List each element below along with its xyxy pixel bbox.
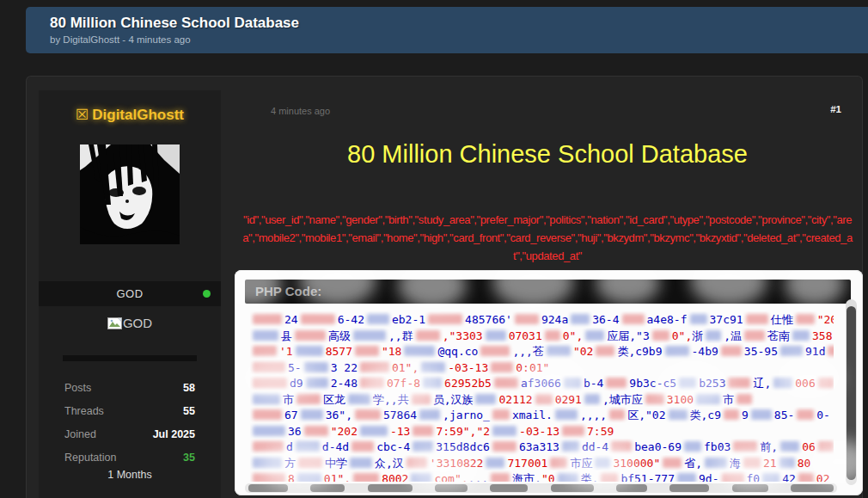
vertical-scrollbar[interactable] bbox=[846, 299, 857, 485]
avatar[interactable] bbox=[80, 144, 180, 244]
redacted-block bbox=[743, 458, 761, 468]
code-fragment: 类,c9b9 bbox=[617, 345, 662, 358]
redacted-block bbox=[253, 426, 285, 436]
redacted-block bbox=[353, 330, 386, 341]
code-fragment: af3066 bbox=[521, 377, 561, 390]
redacted-block bbox=[304, 426, 328, 436]
code-fragment: 0", bbox=[672, 329, 692, 342]
code-fragment: b-4 bbox=[584, 377, 603, 390]
code-fragment: bf51-777 bbox=[620, 472, 675, 482]
code-fragment: 0291 bbox=[555, 393, 582, 406]
redacted-block bbox=[550, 458, 567, 468]
redacted-block bbox=[492, 426, 517, 436]
redacted-block bbox=[744, 330, 765, 341]
post-number-link[interactable]: #1 bbox=[830, 104, 841, 114]
redacted-block bbox=[406, 458, 427, 468]
redacted-block bbox=[421, 362, 445, 372]
redacted-block bbox=[679, 378, 696, 388]
code-fragment: ,城市应 bbox=[602, 393, 643, 406]
user-profile-card: ☒DigitalGhostt GOD bbox=[39, 90, 221, 498]
horizontal-scrollbar-thumb[interactable] bbox=[616, 484, 647, 492]
redacted-block bbox=[564, 378, 581, 388]
redacted-block bbox=[762, 473, 779, 482]
code-fragment: a4e8-f bbox=[647, 313, 688, 326]
code-fragment: ,,,苍 bbox=[512, 345, 543, 358]
horizontal-scrollbar-thumb[interactable] bbox=[248, 484, 288, 492]
thread-byline[interactable]: by DigitalGhostt - 4 minutes ago bbox=[26, 34, 868, 45]
code-fragment: 5- bbox=[288, 361, 302, 374]
stat-label: Reputation bbox=[64, 452, 116, 464]
code-fragment: 浙 bbox=[692, 329, 703, 342]
code-fragment: 310000" bbox=[613, 457, 660, 470]
redacted-block bbox=[828, 346, 834, 356]
code-fragment: "202 bbox=[331, 425, 358, 438]
vertical-scrollbar-thumb[interactable] bbox=[847, 306, 856, 480]
redacted-block bbox=[558, 473, 578, 482]
redacted-block bbox=[297, 473, 321, 482]
code-fragment: 57864 bbox=[383, 409, 417, 421]
redacted-block bbox=[423, 378, 442, 388]
stat-row: Threads55 bbox=[39, 399, 221, 422]
code-fragment: d bbox=[286, 440, 293, 453]
redacted-block bbox=[684, 441, 701, 452]
redacted-block bbox=[722, 473, 744, 482]
redacted-block bbox=[301, 409, 323, 420]
horizontal-scrollbar-thumb[interactable] bbox=[669, 484, 709, 492]
redacted-block bbox=[555, 409, 578, 420]
code-fragment: 3100 bbox=[667, 393, 694, 406]
membership-duration: 1 Months bbox=[39, 469, 221, 481]
code-fragment: 区龙 bbox=[323, 393, 345, 406]
code-fragment: 006 bbox=[795, 377, 815, 390]
horizontal-scrollbar-thumb[interactable] bbox=[435, 484, 468, 492]
horizontal-scrollbar-thumb[interactable] bbox=[791, 484, 834, 492]
code-fragment: d-4d bbox=[322, 440, 349, 453]
redacted-block bbox=[350, 458, 372, 468]
code-fragment: ,温 bbox=[724, 329, 742, 342]
horizontal-scrollbar-thumb[interactable] bbox=[310, 484, 345, 492]
username-link[interactable]: ☒DigitalGhostt bbox=[39, 106, 221, 124]
horizontal-scrollbar-thumb[interactable] bbox=[551, 484, 594, 492]
code-fragment: ,,, bbox=[468, 472, 488, 482]
redacted-block bbox=[304, 362, 328, 372]
code-fragment: 485766' bbox=[465, 313, 512, 326]
code-fragment: "18 bbox=[382, 345, 401, 358]
code-fragment: 42 bbox=[782, 472, 796, 482]
code-fragment: 海 bbox=[730, 457, 741, 470]
code-fragment: fb03 bbox=[704, 440, 730, 453]
horizontal-scrollbar[interactable] bbox=[245, 483, 837, 493]
redacted-block bbox=[601, 473, 618, 482]
code-line: dd-4dcbc-4315d8dc663a313dd-4bea0-69fb03前… bbox=[250, 439, 834, 455]
horizontal-scrollbar-thumb[interactable] bbox=[490, 484, 528, 492]
code-fragment: '3310822 bbox=[430, 457, 484, 470]
code-fragment: 36 bbox=[288, 425, 302, 438]
code-fragment: 63a313 bbox=[519, 440, 559, 453]
code-fragment: ,,,, bbox=[580, 409, 607, 421]
redacted-block bbox=[705, 458, 727, 468]
code-fragment: 07f-8 bbox=[387, 377, 420, 390]
stat-value: 35 bbox=[183, 452, 195, 464]
code-fragment: 02112 bbox=[498, 393, 532, 406]
code-fragment: 717001 bbox=[507, 457, 547, 470]
horizontal-scrollbar-thumb[interactable] bbox=[368, 484, 413, 492]
redacted-block bbox=[751, 409, 772, 420]
code-fragment: 7:59","2 bbox=[436, 425, 490, 438]
stat-row: Posts58 bbox=[39, 376, 221, 399]
post-timestamp: 4 minutes ago bbox=[271, 106, 330, 116]
redacted-block bbox=[663, 458, 682, 468]
code-fragment: 9b3c-c5 bbox=[629, 377, 676, 390]
code-fragment: 市 bbox=[283, 393, 294, 406]
redacted-block bbox=[491, 362, 513, 372]
horizontal-scrollbar-thumb[interactable] bbox=[732, 484, 768, 492]
code-fragment: 8 bbox=[288, 472, 295, 482]
code-fragment: com", bbox=[434, 472, 468, 482]
code-fragment: 91d bbox=[805, 345, 825, 358]
code-fragment: 区,"02 bbox=[627, 409, 665, 421]
code-line: '18577"18@qq.co,,,苍"02类,c9b9-4b935-9591d… bbox=[250, 343, 834, 360]
csv-header-text: "id","user_id","name","gender","birth","… bbox=[236, 211, 859, 265]
redacted-block bbox=[818, 441, 834, 452]
redacted-block bbox=[296, 441, 320, 452]
code-fragment: 省, bbox=[684, 457, 702, 470]
code-fragment: -13 bbox=[390, 425, 410, 438]
code-fragment: b253 bbox=[699, 377, 725, 390]
code-fragment: 35-95 bbox=[744, 345, 778, 358]
